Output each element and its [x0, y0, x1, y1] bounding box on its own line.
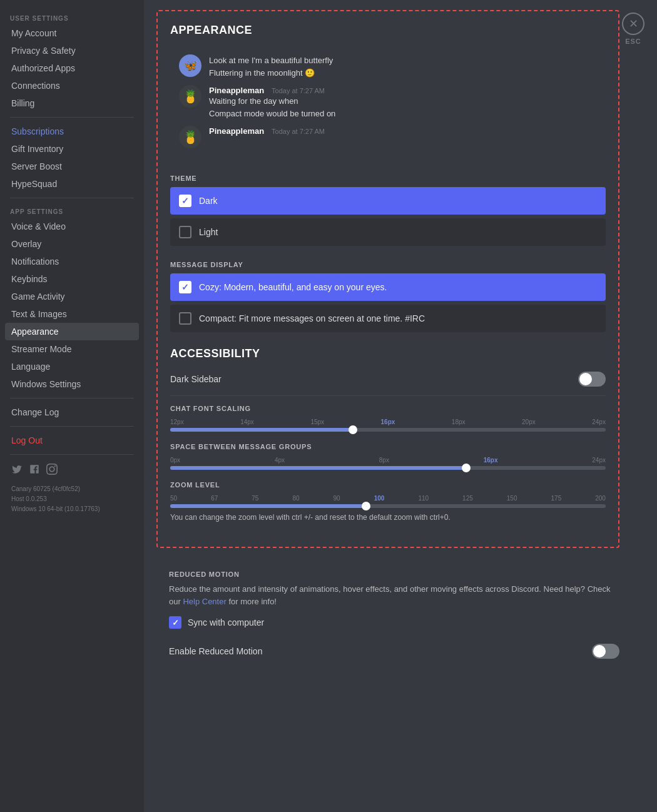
sidebar-item-privacy-safety[interactable]: Privacy & Safety	[5, 42, 139, 59]
chat-font-scaling-section: CHAT FONT SCALING 12px 14px 15px 16px 18…	[170, 405, 606, 432]
tick-90: 90	[334, 495, 340, 502]
sidebar-item-gift-inventory[interactable]: Gift Inventory	[5, 140, 139, 158]
chat-font-slider-handle[interactable]	[349, 425, 357, 434]
user-settings-label: USER SETTINGS	[5, 10, 139, 24]
help-center-link[interactable]: Help Center	[183, 597, 226, 606]
sidebar-item-game-activity[interactable]: Game Activity	[5, 288, 139, 305]
theme-light-option[interactable]: Light	[170, 218, 606, 246]
zoom-level-section: ZOOM LEVEL 50 67 75 80 90 100 110 125 15…	[170, 481, 606, 523]
sidebar-item-appearance[interactable]: Appearance	[5, 323, 139, 340]
dark-sidebar-toggle[interactable]	[578, 372, 606, 387]
twitter-icon[interactable]	[11, 464, 23, 478]
display-cozy-label: Cozy: Modern, beautiful, and easy on you…	[199, 282, 387, 292]
display-cozy-option[interactable]: ✓ Cozy: Modern, beautiful, and easy on y…	[170, 273, 606, 301]
toggle-knob	[579, 373, 592, 385]
display-cozy-checkbox: ✓	[179, 281, 191, 293]
sidebar-item-notifications[interactable]: Notifications	[5, 253, 139, 270]
tick-100: 100	[374, 495, 385, 502]
theme-light-checkbox	[179, 226, 191, 238]
theme-dark-option[interactable]: ✓ Dark	[170, 187, 606, 215]
sidebar-item-overlay[interactable]: Overlay	[5, 235, 139, 253]
message-timestamp-2: Today at 7:27 AM	[272, 87, 325, 94]
reduced-motion-section: REDUCED MOTION Reduce the amount and int…	[144, 558, 657, 674]
facebook-icon[interactable]	[29, 464, 40, 478]
theme-light-label: Light	[199, 227, 218, 237]
appearance-title: APPEARANCE	[170, 24, 606, 37]
tick-12px: 12px	[170, 419, 184, 425]
tick-16px-space: 16px	[484, 457, 498, 464]
space-ticks: 0px 4px 8px 16px 24px	[170, 457, 606, 464]
app-settings-label: APP SETTINGS	[5, 203, 139, 218]
esc-container: ✕ ESC	[622, 13, 644, 45]
enable-reduced-toggle-knob	[593, 645, 606, 657]
tick-80: 80	[292, 495, 299, 502]
sidebar-item-voice-video[interactable]: Voice & Video	[5, 218, 139, 235]
main-content: ✕ ESC APPEARANCE 🦋 Look at me I'm a beau…	[144, 0, 657, 812]
tick-18px: 18px	[452, 419, 466, 425]
sidebar-item-authorized-apps[interactable]: Authorized Apps	[5, 59, 139, 77]
message-text-1: Look at me I'm a beautiful butterflyFlut…	[209, 54, 333, 79]
message-text-2: Waiting for the day whenCompact mode wou…	[209, 95, 335, 119]
chat-message-2: 🍍 Pineappleman Today at 7:27 AM Waiting …	[179, 85, 597, 119]
chat-message-1: 🦋 Look at me I'm a beautiful butterflyFl…	[179, 54, 597, 79]
sidebar-divider-4	[10, 426, 134, 427]
version-info: Canary 60725 (4cf0fc52) Host 0.0.253 Win…	[5, 482, 139, 517]
theme-section: THEME ✓ Dark Light	[170, 175, 606, 246]
tick-175: 175	[551, 495, 562, 502]
sidebar-divider-3	[10, 398, 134, 398]
sidebar-item-hypesquad[interactable]: HypeSquad	[5, 175, 139, 193]
space-slider-handle[interactable]	[462, 464, 471, 472]
sidebar-item-streamer-mode[interactable]: Streamer Mode	[5, 340, 139, 358]
sync-with-computer-row: ✓ Sync with computer	[169, 616, 619, 629]
zoom-slider-handle[interactable]	[362, 502, 370, 510]
zoom-level-label: ZOOM LEVEL	[170, 481, 606, 489]
tick-200: 200	[595, 495, 606, 502]
chat-font-ticks: 12px 14px 15px 16px 18px 20px 24px	[170, 419, 606, 425]
tick-15px: 15px	[310, 419, 324, 425]
sidebar-item-billing[interactable]: Billing	[5, 94, 139, 112]
sidebar: USER SETTINGS My Account Privacy & Safet…	[0, 0, 144, 812]
sidebar-item-server-boost[interactable]: Server Boost	[5, 158, 139, 175]
sidebar-item-subscriptions[interactable]: Subscriptions	[5, 123, 139, 140]
sync-label: Sync with computer	[188, 617, 264, 627]
enable-reduced-motion-row: Enable Reduced Motion	[169, 641, 619, 661]
tick-24px: 24px	[592, 419, 606, 425]
enable-reduced-toggle[interactable]	[592, 644, 619, 659]
message-display-label: MESSAGE DISPLAY	[170, 261, 606, 268]
sidebar-item-my-account[interactable]: My Account	[5, 24, 139, 42]
chat-font-slider-fill	[170, 428, 353, 432]
esc-label: ESC	[625, 38, 641, 45]
display-compact-option[interactable]: Compact: Fit more messages on screen at …	[170, 305, 606, 332]
zoom-slider-bar[interactable]	[170, 504, 606, 508]
sidebar-item-keybinds[interactable]: Keybinds	[5, 270, 139, 288]
message-display-section: MESSAGE DISPLAY ✓ Cozy: Modern, beautifu…	[170, 261, 606, 332]
space-between-groups-section: SPACE BETWEEN MESSAGE GROUPS 0px 4px 8px…	[170, 443, 606, 470]
chat-font-slider-bar[interactable]	[170, 428, 606, 432]
message-author-3: Pineappleman	[209, 126, 264, 136]
sidebar-item-change-log[interactable]: Change Log	[5, 403, 139, 421]
message-timestamp-3: Today at 7:27 AM	[272, 128, 325, 135]
sidebar-item-language[interactable]: Language	[5, 358, 139, 375]
accessibility-section: ACCESSIBILITY Dark Sidebar CHAT FONT SCA…	[170, 347, 606, 523]
sync-checkbox[interactable]: ✓	[169, 616, 181, 629]
enable-reduced-label: Enable Reduced Motion	[169, 646, 262, 656]
display-compact-label: Compact: Fit more messages on screen at …	[199, 313, 425, 323]
theme-label: THEME	[170, 175, 606, 182]
chat-message-3: 🍍 Pineappleman Today at 7:27 AM	[179, 126, 597, 148]
space-slider-fill	[170, 466, 466, 470]
sidebar-item-log-out[interactable]: Log Out	[5, 432, 139, 449]
display-compact-checkbox	[179, 312, 191, 325]
tick-20px: 20px	[522, 419, 536, 425]
sidebar-item-connections[interactable]: Connections	[5, 77, 139, 94]
space-slider-bar[interactable]	[170, 466, 606, 470]
chat-preview: 🦋 Look at me I'm a beautiful butterflyFl…	[170, 47, 606, 162]
instagram-icon[interactable]	[46, 464, 58, 478]
reduced-motion-description: Reduce the amount and intensity of anima…	[169, 583, 619, 607]
sidebar-item-text-images[interactable]: Text & Images	[5, 305, 139, 323]
tick-50: 50	[170, 495, 177, 502]
esc-button[interactable]: ✕	[622, 13, 644, 35]
sync-checkmark-icon: ✓	[172, 618, 179, 627]
theme-dark-label: Dark	[199, 196, 218, 206]
sidebar-item-windows-settings[interactable]: Windows Settings	[5, 375, 139, 393]
appearance-section: APPEARANCE 🦋 Look at me I'm a beautiful …	[156, 10, 619, 548]
